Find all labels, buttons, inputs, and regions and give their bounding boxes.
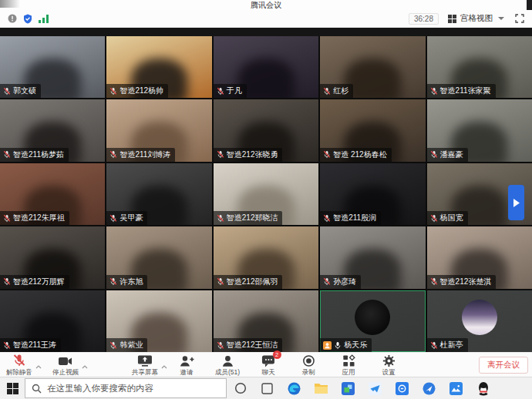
participant-name: 智造211刘博涛 <box>120 149 170 160</box>
cloud-app-taskbar-button[interactable] <box>443 377 470 399</box>
windows-taskbar <box>0 377 532 399</box>
participant-name: 智造212杨帅 <box>120 86 163 96</box>
toolbar-center-group: 共享屏幕邀请成员(51)2聊天录制应用设置 <box>132 354 400 377</box>
task-view-taskbar-button[interactable] <box>254 377 281 399</box>
browser-app-taskbar-button[interactable] <box>416 377 443 399</box>
mic-muted-icon <box>430 277 438 286</box>
chat-label: 聊天 <box>262 368 275 377</box>
participant-tile[interactable]: 智造211张家聚 <box>427 36 532 98</box>
members-label: 成员(51) <box>215 368 240 377</box>
participant-tile[interactable]: 于凡 <box>214 36 318 98</box>
members-button[interactable]: 成员(51) <box>215 354 240 377</box>
participant-tile[interactable]: 潘嘉豪 <box>427 99 532 161</box>
view-mode-selector[interactable]: 宫格视图 <box>448 13 504 24</box>
participant-tile[interactable]: 智造212杨帅 <box>106 36 211 98</box>
participant-name: 智造212张晓勇 <box>227 149 278 160</box>
participant-tile[interactable]: 智造212万朋辉 <box>0 226 105 288</box>
start-button[interactable] <box>0 377 25 399</box>
participant-tile[interactable]: 郭文硕 <box>0 36 105 98</box>
participant-tile[interactable]: 智造212王恒洁 <box>214 290 318 352</box>
participant-tile[interactable]: 智造212张楚淇 <box>427 226 532 288</box>
participant-tile[interactable]: 杨天乐 <box>320 290 425 352</box>
participant-name: 智造212张楚淇 <box>440 277 492 287</box>
meeting-topbar: 36:28 宫格视图 <box>0 10 532 28</box>
mic-muted-icon <box>430 87 438 96</box>
chevron-down-icon <box>498 17 504 20</box>
participant-tile[interactable]: 智造 212杨春松 <box>320 99 425 161</box>
edge-icon <box>288 382 301 395</box>
invite-button[interactable]: 邀请 <box>175 354 198 377</box>
windows-logo-icon <box>7 383 19 394</box>
participant-tile[interactable]: 智造211王涛 <box>0 290 105 352</box>
participant-tile[interactable]: 智造212朱厚祖 <box>0 163 105 225</box>
stop-video-button[interactable]: 停止视频 <box>52 354 79 377</box>
participant-name: 智造 212杨春松 <box>333 149 386 160</box>
mic-muted-icon <box>430 341 438 350</box>
mic-muted-red-icon <box>12 354 26 367</box>
cortana-taskbar-button[interactable] <box>227 377 254 399</box>
meeting-info-icon[interactable] <box>8 14 17 23</box>
mic-muted-icon <box>217 214 224 223</box>
participant-tile[interactable]: 智造211刘博涛 <box>106 99 211 161</box>
network-signal-icon[interactable] <box>39 15 49 23</box>
participant-name: 韩紫业 <box>120 340 143 350</box>
participant-name: 郭文硕 <box>13 86 36 96</box>
participant-tile[interactable]: 智造211杨梦茹 <box>0 99 105 161</box>
participant-name: 许东旭 <box>120 277 143 287</box>
participant-name-tag: 智造212张楚淇 <box>427 275 497 289</box>
participant-tile[interactable]: 智造212邵佩羽 <box>214 226 318 288</box>
unmute-button[interactable]: 解除静音 <box>6 354 32 377</box>
leave-meeting-button[interactable]: 离开会议 <box>479 357 528 374</box>
meeting-app-taskbar-button[interactable] <box>389 377 416 399</box>
taskbar-search[interactable] <box>25 378 227 398</box>
next-page-button[interactable] <box>508 185 524 220</box>
shield-icon[interactable] <box>23 14 32 24</box>
participant-tile[interactable]: 智造212郑晓洁 <box>214 163 318 225</box>
participant-name: 智造211殷润 <box>333 213 376 223</box>
participant-tile[interactable]: 孙彦琦 <box>320 226 425 288</box>
qq-taskbar-button[interactable] <box>470 377 497 399</box>
fullscreen-icon[interactable] <box>515 14 524 23</box>
app-store-taskbar-button[interactable] <box>335 377 362 399</box>
participant-tile[interactable]: 红杉 <box>320 36 425 98</box>
participant-tile[interactable]: 智造212张晓勇 <box>214 99 318 161</box>
camera-icon <box>58 355 73 367</box>
record-button[interactable]: 录制 <box>297 354 320 377</box>
mic-muted-icon <box>323 214 331 223</box>
notification-badge: 2 <box>273 350 281 359</box>
participant-tile[interactable]: 吴甲豪 <box>106 163 211 225</box>
share-screen-label: 共享屏幕 <box>132 368 158 377</box>
participant-name-tag: 智造212杨帅 <box>106 84 168 98</box>
participant-name: 智造212郑晓洁 <box>227 213 278 223</box>
share-screen-button[interactable]: 共享屏幕 <box>132 354 158 377</box>
chat-button[interactable]: 2聊天 <box>257 354 280 377</box>
chevron-up-icon[interactable] <box>161 358 167 372</box>
mic-muted-icon <box>109 341 117 350</box>
mic-muted-icon <box>3 277 11 286</box>
participant-tile[interactable]: 智造211殷润 <box>320 163 425 225</box>
cloud-app-icon <box>450 382 463 395</box>
grid-view-icon <box>448 15 456 23</box>
participant-name: 孙彦琦 <box>333 277 356 287</box>
settings-icon <box>382 354 396 367</box>
mail-app-taskbar-button[interactable] <box>362 377 389 399</box>
background-window-fragment <box>0 0 20 8</box>
chevron-up-icon[interactable] <box>35 358 42 372</box>
settings-button[interactable]: 设置 <box>377 354 400 377</box>
search-input[interactable] <box>25 379 226 397</box>
file-explorer-taskbar-button[interactable] <box>308 377 335 399</box>
participant-name-tag: 智造 212杨春松 <box>320 148 391 162</box>
edge-taskbar-button[interactable] <box>281 377 308 399</box>
participant-tile[interactable]: 许东旭 <box>106 226 211 288</box>
participant-tile[interactable]: 韩紫业 <box>106 290 211 352</box>
avatar <box>462 300 497 335</box>
participant-name-tag: 孙彦琦 <box>320 275 361 289</box>
apps-button[interactable]: 应用 <box>337 354 360 377</box>
browser-app-icon <box>423 382 436 395</box>
participant-name: 吴甲豪 <box>120 213 143 223</box>
participant-name-tag: 智造212朱厚祖 <box>0 211 69 225</box>
participant-tile[interactable]: 杜新亭 <box>427 290 532 352</box>
chevron-up-icon[interactable] <box>82 358 88 372</box>
meeting-frame-strip <box>0 28 532 36</box>
mic-muted-icon <box>109 277 117 286</box>
